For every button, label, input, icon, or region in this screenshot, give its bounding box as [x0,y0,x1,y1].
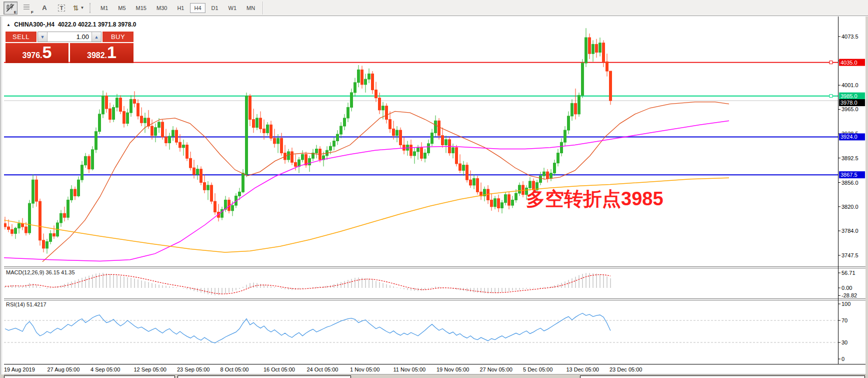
candle [182,145,185,147]
candle [242,173,244,192]
buy-price-pip: 1 [107,45,116,60]
rsi-scale-label: 0 [842,356,844,362]
candle [260,118,262,129]
candle [462,165,465,171]
candle [428,144,430,153]
fast-displaced-ma[interactable] [42,102,729,262]
candle [557,153,560,163]
sell-price-pip: 5 [42,45,52,60]
candle [554,163,556,173]
candle [270,125,272,138]
candle [144,118,146,123]
candle [550,173,552,179]
candle [154,128,157,136]
candle [358,70,360,82]
candle [302,154,304,160]
candle [434,121,437,133]
candle [46,242,48,248]
buy-price-panel[interactable]: 3982.1 [70,43,134,63]
candle [420,148,423,158]
candle [256,118,258,128]
candle [578,95,580,114]
time-axis-label: 27 Nov 05:00 [480,366,512,372]
candle [123,111,126,123]
candle [308,158,311,165]
symbol-period-label: CHINA300-,H4 [14,21,54,28]
candle [130,99,132,113]
candle [22,223,24,227]
time-axis-label: 1 Nov 05:00 [350,366,380,372]
candle [543,172,546,176]
candle [389,120,392,129]
rsi-label: RSI(14) 51.4217 [6,301,46,307]
candle [417,148,420,152]
one-click-trading-panel: SELL ▼ 1.00 ▲ BUY 3976.5 3982.1 [6,32,134,63]
chart-text-annotation[interactable]: 多空转折点3985 [526,186,664,212]
candle [396,130,398,136]
sell-price-panel[interactable]: 3976.5 [6,43,68,63]
candle [291,152,294,162]
line-handle[interactable] [830,61,832,64]
candle [50,233,52,241]
candle [214,201,216,212]
candle [70,189,73,200]
ohlc-values: 4022.0 4022.1 3971.8 3978.0 [58,21,136,28]
time-axis-label: 19 Aug 2019 [4,366,35,372]
macd-scale-label: 0.00 [842,285,852,291]
candle [196,169,199,175]
buy-button[interactable]: BUY [102,32,134,42]
candle [344,118,346,126]
price-badge-label: 3924.0 [840,134,858,140]
candle [238,192,241,196]
window-right-border [866,17,868,378]
candle [606,62,608,71]
candle [361,70,364,84]
candle [280,138,283,153]
candle [137,103,140,116]
window-left-border [0,17,4,378]
candle [60,213,62,223]
time-axis-label: 5 Dec 05:00 [523,366,552,372]
candle [165,137,168,143]
candle [232,205,234,211]
volume-decrease-button[interactable]: ▼ [38,32,48,42]
candle [116,98,118,108]
time-axis-label: 8 Oct 05:00 [220,366,249,372]
price-tick-label: 3892.5 [842,155,858,161]
candle [560,142,563,153]
collapse-triangle-icon[interactable]: ▲ [6,23,10,27]
candle [162,122,164,137]
volume-value[interactable]: 1.00 [48,32,92,42]
candle [200,169,202,183]
candle [207,185,210,190]
candle [490,200,493,206]
price-tick-label: 3747.5 [842,252,858,258]
candle [473,179,476,185]
volume-increase-button[interactable]: ▲ [92,32,101,42]
time-axis-label: 19 Nov 05:00 [436,366,469,372]
price-tick-label: 3965.0 [842,106,858,112]
candle [442,136,444,145]
rsi-scale-label: 30 [842,339,848,345]
price-tick-label: 4073.5 [842,34,858,40]
candle [364,79,367,85]
candle [8,227,10,229]
rsi-scale-label: 100 [842,301,850,307]
time-axis-label: 11 Nov 05:00 [394,366,426,372]
candle [112,107,115,119]
candle [501,203,504,208]
candle [333,141,336,146]
candle [515,193,518,200]
candle [518,185,521,193]
candle [414,152,416,156]
candle [494,199,496,207]
time-axis-label: 13 Dec 05:00 [566,366,599,372]
candle [294,162,297,166]
candle [470,180,472,185]
line-handle[interactable] [830,95,832,98]
candle [456,148,458,164]
candle [540,176,542,182]
candle [25,227,28,233]
terminal-panel-edge [580,375,865,378]
sell-button[interactable]: SELL [6,32,36,42]
